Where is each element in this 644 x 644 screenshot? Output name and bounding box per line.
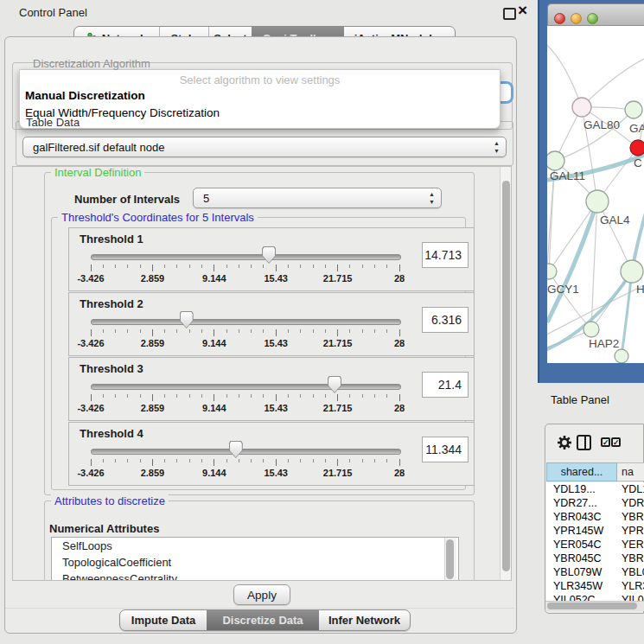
network-node[interactable] — [572, 98, 591, 117]
network-node-label: GAL11 — [550, 169, 585, 182]
threshold-slider-track[interactable] — [91, 449, 401, 455]
network-node[interactable] — [630, 140, 644, 156]
network-node-label: HAP2 — [589, 337, 619, 350]
shared-name-cell: YDL19... — [553, 482, 596, 496]
screen: Control Panel × NetworkStyleSelectCyni T… — [0, 0, 644, 644]
control-panel-title: Control Panel — [19, 6, 87, 19]
network-node-label: GAL80 — [583, 118, 620, 131]
threshold-slider-track[interactable] — [91, 254, 401, 260]
settings-scroll-container: Interval Definition Number of Intervals … — [12, 166, 512, 581]
network-node[interactable] — [625, 101, 642, 118]
slider-scale-labels: -3.4262.8599.14415.4321.71528 — [91, 403, 399, 413]
threshold-slider-track[interactable] — [91, 319, 401, 325]
interval-definition-title: Interval Definition — [51, 166, 144, 179]
network-node[interactable] — [615, 349, 628, 363]
shared-name-cell: YDR27... — [553, 496, 597, 510]
combo-stepper-icon: ▲▼ — [494, 139, 500, 155]
network-canvas[interactable]: GAL80GACGAL11GAL4GCY1HHAP2 — [547, 26, 644, 363]
name-cell: YDR2 — [622, 496, 644, 510]
zoom-traffic-light[interactable] — [587, 13, 598, 24]
gear-icon[interactable] — [557, 435, 572, 450]
algorithm-popup-hint: Select algorithm to view settings — [20, 73, 500, 86]
slider-ticks — [91, 394, 399, 402]
number-of-intervals-combo[interactable]: 5 ▲▼ — [193, 188, 442, 208]
numerical-attribute-item[interactable]: TopologicalCoefficient — [52, 554, 458, 571]
tab-infer-network[interactable]: Infer Network — [319, 610, 410, 630]
network-edge[interactable] — [582, 59, 644, 107]
numerical-attribute-item[interactable]: SelfLoops — [52, 538, 458, 554]
network-node[interactable] — [547, 264, 557, 279]
threshold-label: Threshold 1 — [80, 233, 143, 245]
network-node[interactable] — [586, 190, 609, 213]
table-row[interactable]: YBR045CYBR0 — [546, 552, 644, 565]
threshold-value-field[interactable]: 21.4 — [422, 372, 469, 398]
close-traffic-light[interactable] — [554, 13, 565, 24]
threshold-value-field[interactable]: 11.344 — [422, 437, 469, 462]
network-edge[interactable] — [549, 271, 591, 329]
threshold-value-field[interactable]: 6.316 — [422, 307, 469, 333]
threshold-box: Threshold 4-3.4262.8599.14415.4321.71528… — [68, 422, 475, 486]
network-node[interactable] — [583, 322, 599, 337]
threshold-slider-track[interactable] — [91, 384, 401, 390]
table-row[interactable]: YDR27...YDR2 — [546, 496, 644, 510]
network-node-label: GAL4 — [600, 214, 630, 226]
minimize-traffic-light[interactable] — [571, 13, 582, 24]
slider-ticks — [91, 459, 399, 467]
tab-impute-data[interactable]: Impute Data — [120, 610, 207, 630]
table-hscrollbar-thumb[interactable] — [547, 603, 637, 609]
network-node-label: C — [634, 156, 642, 169]
network-node[interactable] — [547, 151, 564, 170]
network-edge[interactable] — [547, 41, 582, 107]
network-window-titlebar[interactable] — [547, 3, 644, 26]
threshold-value-field[interactable]: 14.713 — [422, 242, 469, 268]
network-node[interactable] — [621, 260, 643, 283]
threshold-slider-thumb[interactable] — [262, 246, 276, 264]
table-data-combo[interactable]: galFiltered.sif default node ▲▼ — [22, 137, 507, 157]
column-header-name[interactable]: na — [617, 462, 644, 481]
name-cell: YER0 — [622, 538, 644, 552]
threshold-label: Threshold 4 — [80, 427, 143, 440]
number-of-intervals-value: 5 — [203, 192, 209, 205]
slider-ticks — [91, 265, 399, 272]
bottom-tab-bar: Impute DataDiscretize DataInfer Network — [119, 609, 411, 631]
shared-name-cell: YBR045C — [553, 552, 602, 565]
panel-bottom-divider — [5, 608, 514, 609]
close-icon[interactable]: × — [518, 1, 527, 20]
threshold-slider-thumb[interactable] — [328, 376, 341, 393]
checkbox-checked-icon[interactable]: ✓ — [601, 437, 610, 447]
network-edge-highlighted[interactable] — [547, 201, 597, 322]
name-cell: YPR1 — [622, 524, 644, 538]
table-panel-title: Table Panel — [551, 393, 609, 406]
algorithm-dropdown-popup: Select algorithm to view settings Manual… — [19, 69, 501, 129]
attributes-list-scrollbar-thumb[interactable] — [446, 539, 454, 579]
name-cell: YBL0 — [622, 565, 644, 579]
apply-button[interactable]: Apply — [233, 584, 290, 605]
network-edge[interactable] — [547, 161, 555, 354]
threshold-box: Threshold 3-3.4262.8599.14415.4321.71528… — [68, 357, 475, 421]
table-row[interactable]: YBL079WYBL0 — [546, 565, 644, 579]
table-row[interactable]: YLR345WYLR3 — [546, 579, 644, 593]
float-window-icon[interactable] — [503, 8, 516, 20]
shared-name-cell: YER054C — [553, 538, 602, 552]
column-header-shared[interactable]: shared... — [546, 462, 617, 481]
shared-name-cell: YLR345W — [553, 579, 603, 593]
table-row[interactable]: YDL19...YDL1 — [546, 482, 644, 496]
network-node-label: GA — [629, 122, 644, 135]
checkbox-checked-icon-2[interactable]: ✓ — [611, 437, 621, 447]
tab-label: Impute Data — [131, 614, 195, 627]
threshold-label: Threshold 2 — [80, 297, 143, 310]
table-row[interactable]: YPR145WYPR1 — [546, 524, 644, 538]
numerical-attribute-item[interactable]: BetweennessCentrality — [52, 571, 458, 581]
table-data-group-title: Table Data — [22, 116, 83, 129]
tab-discretize-data[interactable]: Discretize Data — [207, 610, 319, 630]
threshold-slider-thumb[interactable] — [180, 311, 194, 328]
threshold-slider-thumb[interactable] — [229, 441, 243, 458]
table-row[interactable]: YBR043CYBR0 — [546, 510, 644, 524]
table-row[interactable]: YER054CYER0 — [546, 538, 644, 552]
slider-scale-labels: -3.4262.8599.14415.4321.71528 — [91, 273, 399, 284]
name-cell: YLR3 — [622, 579, 644, 593]
algorithm-option[interactable]: Manual Discretization — [25, 89, 145, 102]
slider-scale-labels: -3.4262.8599.14415.4321.71528 — [91, 468, 399, 478]
settings-scrollbar-thumb[interactable] — [502, 181, 510, 571]
split-columns-icon[interactable] — [577, 435, 591, 450]
